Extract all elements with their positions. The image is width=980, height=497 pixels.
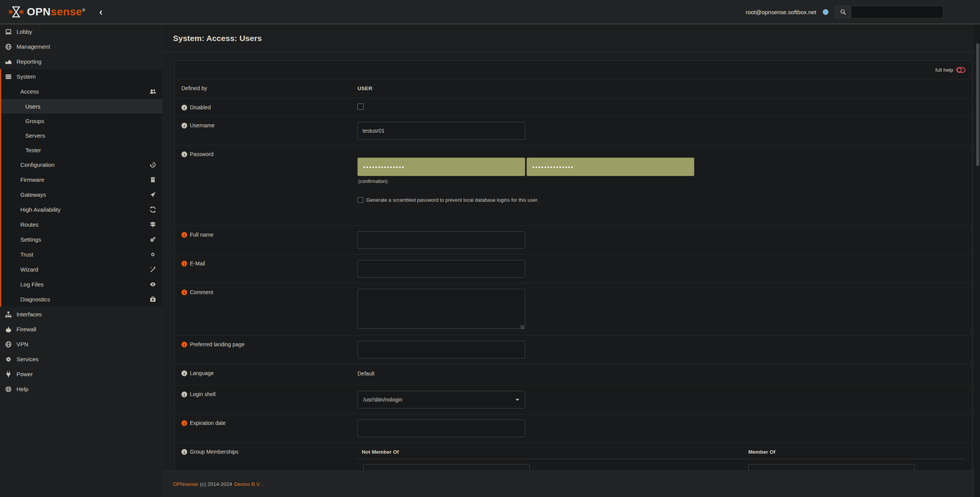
stack-icon bbox=[5, 73, 12, 80]
landing-page-input[interactable] bbox=[357, 341, 525, 359]
opnsense-logo-icon bbox=[8, 4, 24, 20]
email-input[interactable] bbox=[357, 260, 525, 278]
sidebar-item-firmware[interactable]: Firmware bbox=[1, 172, 162, 187]
email-label: E-Mail bbox=[190, 260, 205, 267]
sidebar-item-log-files[interactable]: Log Files bbox=[1, 277, 162, 292]
sidebar-item-firewall[interactable]: Firewall bbox=[0, 322, 162, 337]
not-member-of-header: Not Member Of bbox=[357, 449, 530, 455]
sidebar-item-lobby[interactable]: Lobby bbox=[0, 24, 162, 39]
info-icon[interactable] bbox=[181, 151, 187, 157]
gear-icon bbox=[5, 356, 12, 363]
sidebar-item-power[interactable]: Power bbox=[0, 367, 162, 382]
sidebar-item-access[interactable]: Access bbox=[1, 84, 162, 99]
eye-icon bbox=[150, 281, 156, 288]
form-row-disabled: Disabled bbox=[175, 98, 972, 116]
login-shell-value: /usr/sbin/nologin bbox=[363, 397, 402, 403]
expiration-date-label: Expiration date bbox=[190, 420, 226, 426]
global-search bbox=[835, 6, 944, 18]
search-icon bbox=[835, 6, 851, 18]
info-icon[interactable] bbox=[181, 232, 187, 238]
sidebar-section-system: System Access Users Groups Servers Teste… bbox=[0, 69, 162, 307]
footer-copyright: (c) 2014-2024 bbox=[200, 481, 232, 487]
sidebar-item-routes[interactable]: Routes bbox=[1, 217, 162, 232]
form-row-username: Username bbox=[175, 116, 972, 145]
form-row-login-shell: Login shell /usr/sbin/nologin bbox=[175, 385, 972, 414]
disabled-label: Disabled bbox=[190, 104, 211, 110]
login-shell-select[interactable]: /usr/sbin/nologin bbox=[357, 391, 525, 408]
collapse-sidebar-chevron[interactable]: ‹ bbox=[99, 7, 102, 17]
page-title-band: System: Access: Users bbox=[163, 24, 980, 53]
language-label: Language bbox=[190, 370, 214, 376]
form-row-language: Language Default bbox=[175, 364, 972, 385]
main-content: System: Access: Users full help Defined … bbox=[163, 24, 980, 497]
password-label: Password bbox=[190, 151, 213, 157]
sidebar-item-vpn[interactable]: VPN bbox=[0, 337, 162, 352]
full-help-toggle-icon[interactable] bbox=[956, 66, 965, 74]
info-icon[interactable] bbox=[181, 449, 187, 455]
info-icon[interactable] bbox=[181, 261, 187, 267]
info-icon[interactable] bbox=[181, 290, 187, 295]
info-icon[interactable] bbox=[181, 370, 187, 376]
form-row-password: Password (confirmation) Generate a scram… bbox=[175, 145, 972, 225]
opnsense-logo-text: OPNsense® bbox=[27, 6, 86, 18]
sidebar-item-system[interactable]: System bbox=[1, 69, 162, 84]
info-icon[interactable] bbox=[181, 342, 187, 347]
landing-page-label: Preferred landing page bbox=[190, 341, 244, 347]
content-area: full help Defined by USER Disabled Usern… bbox=[163, 53, 980, 497]
username-input[interactable] bbox=[357, 122, 525, 140]
sidebar-item-diagnostics[interactable]: Diagnostics bbox=[1, 292, 162, 307]
scramble-password-row: Generate a scrambled password to prevent… bbox=[357, 197, 964, 203]
page-scrollbar-thumb[interactable] bbox=[976, 43, 979, 166]
deciso-footer-link[interactable]: Deciso B.V. bbox=[234, 481, 260, 487]
sidebar-item-reporting[interactable]: Reporting bbox=[0, 54, 162, 69]
sidebar-item-services[interactable]: Services bbox=[0, 352, 162, 367]
member-of-header: Member Of bbox=[748, 449, 915, 455]
location-arrow-icon bbox=[150, 191, 156, 198]
sidebar-item-management[interactable]: Management bbox=[0, 39, 162, 54]
magic-wand-icon bbox=[150, 266, 156, 273]
sidebar: Lobby Management Reporting System Access… bbox=[0, 24, 163, 497]
comment-textarea[interactable] bbox=[357, 289, 525, 329]
info-icon[interactable] bbox=[181, 105, 187, 110]
form-row-email: E-Mail bbox=[175, 254, 972, 283]
group-memberships-label: Group Memberships bbox=[190, 449, 239, 455]
sidebar-item-gateways[interactable]: Gateways bbox=[1, 187, 162, 202]
sidebar-item-tester[interactable]: Tester bbox=[1, 143, 162, 157]
sidebar-item-configuration[interactable]: Configuration bbox=[1, 157, 162, 172]
expiration-date-input[interactable] bbox=[357, 420, 525, 437]
topbar: OPNsense® ‹ root@opnsense.softbox.net bbox=[0, 0, 980, 24]
sidebar-item-interfaces[interactable]: Interfaces bbox=[0, 307, 162, 322]
status-indicator-dot bbox=[823, 9, 828, 15]
opnsense-logo[interactable]: OPNsense® bbox=[8, 4, 86, 20]
sitemap-icon bbox=[5, 311, 12, 318]
sidebar-item-groups[interactable]: Groups bbox=[1, 114, 162, 128]
password-input[interactable] bbox=[357, 158, 525, 176]
info-icon[interactable] bbox=[181, 123, 187, 128]
logged-in-user-link[interactable]: root@opnsense.softbox.net bbox=[746, 9, 816, 15]
sidebar-item-wizard[interactable]: Wizard bbox=[1, 262, 162, 277]
sidebar-item-trust[interactable]: Trust bbox=[1, 247, 162, 262]
language-value: Default bbox=[357, 370, 374, 377]
sidebar-item-servers[interactable]: Servers bbox=[1, 128, 162, 143]
sidebar-item-users[interactable]: Users bbox=[1, 99, 162, 114]
form-row-full-name: Full name bbox=[175, 225, 972, 254]
disabled-checkbox[interactable] bbox=[357, 104, 364, 110]
defined-by-value: USER bbox=[357, 86, 372, 91]
info-icon[interactable] bbox=[181, 392, 187, 397]
page-scrollbar-track[interactable] bbox=[975, 24, 980, 497]
search-input[interactable] bbox=[851, 6, 943, 18]
password-confirm-input[interactable] bbox=[527, 158, 694, 176]
full-help-label: full help bbox=[935, 67, 953, 73]
info-icon[interactable] bbox=[181, 420, 187, 426]
sidebar-item-settings[interactable]: Settings bbox=[1, 232, 162, 247]
opnsense-footer-link[interactable]: OPNsense bbox=[173, 481, 198, 487]
sidebar-item-help[interactable]: Help bbox=[0, 382, 162, 397]
full-name-input[interactable] bbox=[357, 231, 525, 249]
page-title: System: Access: Users bbox=[173, 34, 262, 43]
comment-label: Comment bbox=[190, 289, 213, 295]
scramble-password-checkbox[interactable] bbox=[357, 197, 363, 203]
resize-handle[interactable] bbox=[520, 325, 524, 329]
sidebar-item-high-availability[interactable]: High Availability bbox=[1, 202, 162, 217]
globe-icon bbox=[5, 341, 12, 348]
cogs-icon bbox=[150, 236, 156, 243]
